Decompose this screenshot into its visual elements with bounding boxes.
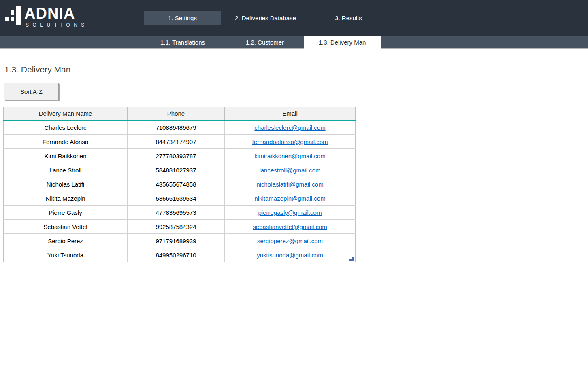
cell-email: lancestroll@gmail.com	[225, 163, 356, 177]
cell-phone[interactable]: 992587584324	[128, 220, 225, 234]
cell-name[interactable]: Kimi Raikkonen	[4, 149, 128, 163]
cell-name[interactable]: Sergio Perez	[4, 234, 128, 248]
cell-email: charlesleclerc@gmail.com	[225, 121, 356, 135]
cell-name[interactable]: Pierre Gasly	[4, 206, 128, 220]
cell-name[interactable]: Lance Stroll	[4, 163, 128, 177]
cell-name[interactable]: Nikita Mazepin	[4, 191, 128, 206]
sub-nav: 1.1. Translations 1.2. Customer 1.3. Del…	[0, 36, 588, 49]
table-row: Yuki Tsunoda 849950296710 yukitsunoda@gm…	[4, 248, 356, 262]
table-row: Nicholas Latifi 435655674858 nicholaslat…	[4, 177, 356, 191]
cell-phone[interactable]: 710889489679	[128, 121, 225, 135]
cell-phone[interactable]: 477835695573	[128, 206, 225, 220]
brand-name: ADNIA	[24, 6, 88, 21]
brand-tagline: SOLUTIONS	[26, 22, 88, 28]
table-header-row: Delivery Man Name Phone Email	[4, 107, 356, 121]
column-header-email: Email	[225, 107, 356, 121]
table-row: Lance Stroll 584881027937 lancestroll@gm…	[4, 163, 356, 177]
email-link[interactable]: nicholaslatifi@gmail.com	[256, 181, 323, 188]
brand-logo: ADNIA SOLUTIONS	[5, 6, 88, 28]
sort-az-button[interactable]: Sort A-Z	[4, 83, 59, 100]
email-link[interactable]: nikitamazepin@gmail.com	[254, 195, 325, 202]
cell-email: yukitsunoda@gmail.com	[225, 248, 356, 262]
column-header-name: Delivery Man Name	[4, 107, 128, 121]
cell-phone[interactable]: 536661639534	[128, 191, 225, 206]
table-row: Sebastian Vettel 992587584324 sebastianv…	[4, 220, 356, 234]
tab-deliveries-database[interactable]: 2. Deliveries Database	[227, 11, 304, 25]
cell-name[interactable]: Nicholas Latifi	[4, 177, 128, 191]
subtab-customer[interactable]: 1.2. Customer	[226, 36, 303, 49]
delivery-man-table: Delivery Man Name Phone Email Charles Le…	[3, 107, 355, 262]
email-link[interactable]: pierregasly@gmail.com	[258, 209, 322, 216]
email-link[interactable]: fernandoalonso@gmail.com	[252, 138, 328, 145]
cell-email: nicholaslatifi@gmail.com	[225, 177, 356, 191]
page-title: 1.3. Delivery Man	[4, 65, 70, 74]
cell-name[interactable]: Sebastian Vettel	[4, 220, 128, 234]
email-link[interactable]: sebastianvettel@gmail.com	[253, 223, 327, 230]
table-row: Pierre Gasly 477835695573 pierregasly@gm…	[4, 206, 356, 220]
cell-email: sebastianvettel@gmail.com	[225, 220, 356, 234]
subtab-translations[interactable]: 1.1. Translations	[144, 36, 221, 49]
bar-chart-logo-icon	[5, 6, 21, 25]
table-row: Sergio Perez 971791689939 sergioperez@gm…	[4, 234, 356, 248]
email-link[interactable]: yukitsunoda@gmail.com	[257, 252, 323, 259]
cell-name[interactable]: Yuki Tsunoda	[4, 248, 128, 262]
tab-results[interactable]: 3. Results	[310, 11, 387, 25]
email-link[interactable]: lancestroll@gmail.com	[259, 167, 320, 174]
cell-email: pierregasly@gmail.com	[225, 206, 356, 220]
cell-email: kimiraikkonen@gmail.com	[225, 149, 356, 163]
table-row: Charles Leclerc 710889489679 charleslecl…	[4, 121, 356, 135]
cell-phone[interactable]: 277780393787	[128, 149, 225, 163]
email-link[interactable]: sergioperez@gmail.com	[257, 238, 323, 244]
cell-phone[interactable]: 849950296710	[128, 248, 225, 262]
tab-settings[interactable]: 1. Settings	[144, 11, 221, 25]
column-header-phone: Phone	[128, 107, 225, 121]
cell-phone[interactable]: 584881027937	[128, 163, 225, 177]
cell-email: sergioperez@gmail.com	[225, 234, 356, 248]
cell-name[interactable]: Charles Leclerc	[4, 121, 128, 135]
cell-phone[interactable]: 844734174907	[128, 135, 225, 149]
cell-phone[interactable]: 971791689939	[128, 234, 225, 248]
cell-name[interactable]: Fernando Alonso	[4, 135, 128, 149]
table-row: Kimi Raikkonen 277780393787 kimiraikkone…	[4, 149, 356, 163]
email-link[interactable]: kimiraikkonen@gmail.com	[254, 153, 325, 159]
app-header: ADNIA SOLUTIONS 1. Settings 2. Deliverie…	[0, 0, 588, 36]
cell-email: fernandoalonso@gmail.com	[225, 135, 356, 149]
subtab-delivery-man[interactable]: 1.3. Delivery Man	[304, 36, 381, 49]
email-link[interactable]: charlesleclerc@gmail.com	[254, 124, 325, 131]
cell-phone[interactable]: 435655674858	[128, 177, 225, 191]
cell-email: nikitamazepin@gmail.com	[225, 191, 356, 206]
table-row: Fernando Alonso 844734174907 fernandoalo…	[4, 135, 356, 149]
table-row: Nikita Mazepin 536661639534 nikitamazepi…	[4, 191, 356, 206]
